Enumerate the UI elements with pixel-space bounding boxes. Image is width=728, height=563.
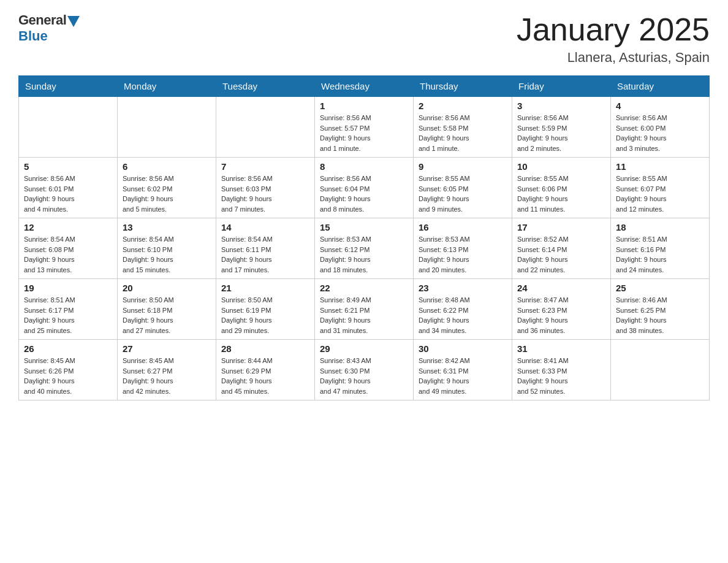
- calendar-table: SundayMondayTuesdayWednesdayThursdayFrid…: [18, 75, 710, 400]
- day-number: 9: [419, 161, 507, 172]
- day-info: Sunrise: 8:53 AM Sunset: 6:12 PM Dayligh…: [320, 234, 408, 275]
- calendar-cell: 18Sunrise: 8:51 AM Sunset: 6:16 PM Dayli…: [611, 218, 710, 279]
- calendar-cell: 16Sunrise: 8:53 AM Sunset: 6:13 PM Dayli…: [414, 218, 512, 279]
- day-info: Sunrise: 8:56 AM Sunset: 6:00 PM Dayligh…: [616, 113, 704, 153]
- day-info: Sunrise: 8:43 AM Sunset: 6:30 PM Dayligh…: [320, 356, 408, 396]
- day-number: 6: [123, 161, 211, 172]
- day-info: Sunrise: 8:55 AM Sunset: 6:05 PM Dayligh…: [419, 174, 507, 214]
- day-number: 29: [320, 343, 408, 354]
- day-info: Sunrise: 8:52 AM Sunset: 6:14 PM Dayligh…: [517, 234, 605, 275]
- calendar-cell: [611, 340, 710, 400]
- calendar-cell: 24Sunrise: 8:47 AM Sunset: 6:23 PM Dayli…: [512, 279, 611, 340]
- calendar-cell: 1Sunrise: 8:56 AM Sunset: 5:57 PM Daylig…: [315, 97, 414, 158]
- calendar-cell: 28Sunrise: 8:44 AM Sunset: 6:29 PM Dayli…: [216, 340, 315, 400]
- calendar-week-row: 26Sunrise: 8:45 AM Sunset: 6:26 PM Dayli…: [19, 340, 710, 400]
- calendar-cell: [216, 97, 315, 158]
- day-info: Sunrise: 8:54 AM Sunset: 6:08 PM Dayligh…: [24, 234, 112, 275]
- logo-triangle-icon: [67, 16, 80, 27]
- day-info: Sunrise: 8:56 AM Sunset: 6:03 PM Dayligh…: [221, 174, 309, 214]
- calendar-cell: 23Sunrise: 8:48 AM Sunset: 6:22 PM Dayli…: [414, 279, 512, 340]
- column-header-tuesday: Tuesday: [216, 76, 315, 97]
- day-number: 8: [320, 161, 408, 172]
- day-info: Sunrise: 8:47 AM Sunset: 6:23 PM Dayligh…: [517, 295, 605, 335]
- day-number: 31: [517, 343, 605, 354]
- day-info: Sunrise: 8:45 AM Sunset: 6:27 PM Dayligh…: [123, 356, 211, 396]
- calendar-cell: 7Sunrise: 8:56 AM Sunset: 6:03 PM Daylig…: [216, 158, 315, 218]
- calendar-cell: 2Sunrise: 8:56 AM Sunset: 5:58 PM Daylig…: [414, 97, 512, 158]
- day-number: 27: [123, 343, 211, 354]
- calendar-cell: 31Sunrise: 8:41 AM Sunset: 6:33 PM Dayli…: [512, 340, 611, 400]
- day-info: Sunrise: 8:55 AM Sunset: 6:06 PM Dayligh…: [517, 174, 605, 214]
- calendar-cell: 13Sunrise: 8:54 AM Sunset: 6:10 PM Dayli…: [118, 218, 216, 279]
- day-number: 3: [517, 101, 605, 111]
- column-header-thursday: Thursday: [414, 76, 512, 97]
- calendar-cell: 25Sunrise: 8:46 AM Sunset: 6:25 PM Dayli…: [611, 279, 710, 340]
- logo: General Blue: [18, 12, 80, 44]
- day-info: Sunrise: 8:56 AM Sunset: 5:59 PM Dayligh…: [517, 113, 605, 153]
- day-info: Sunrise: 8:49 AM Sunset: 6:21 PM Dayligh…: [320, 295, 408, 335]
- day-number: 28: [221, 343, 309, 354]
- day-info: Sunrise: 8:55 AM Sunset: 6:07 PM Dayligh…: [616, 174, 704, 214]
- calendar-cell: 17Sunrise: 8:52 AM Sunset: 6:14 PM Dayli…: [512, 218, 611, 279]
- day-info: Sunrise: 8:51 AM Sunset: 6:16 PM Dayligh…: [616, 234, 704, 275]
- calendar-cell: 20Sunrise: 8:50 AM Sunset: 6:18 PM Dayli…: [118, 279, 216, 340]
- calendar-cell: 12Sunrise: 8:54 AM Sunset: 6:08 PM Dayli…: [19, 218, 118, 279]
- day-number: 5: [24, 161, 112, 172]
- calendar-week-row: 5Sunrise: 8:56 AM Sunset: 6:01 PM Daylig…: [19, 158, 710, 218]
- day-number: 14: [221, 222, 309, 232]
- calendar-week-row: 12Sunrise: 8:54 AM Sunset: 6:08 PM Dayli…: [19, 218, 710, 279]
- column-header-friday: Friday: [512, 76, 611, 97]
- calendar-cell: [19, 97, 118, 158]
- calendar-cell: [118, 97, 216, 158]
- day-info: Sunrise: 8:50 AM Sunset: 6:18 PM Dayligh…: [123, 295, 211, 335]
- day-info: Sunrise: 8:56 AM Sunset: 6:04 PM Dayligh…: [320, 174, 408, 214]
- calendar-week-row: 1Sunrise: 8:56 AM Sunset: 5:57 PM Daylig…: [19, 97, 710, 158]
- calendar-cell: 14Sunrise: 8:54 AM Sunset: 6:11 PM Dayli…: [216, 218, 315, 279]
- day-number: 16: [419, 222, 507, 232]
- day-info: Sunrise: 8:53 AM Sunset: 6:13 PM Dayligh…: [419, 234, 507, 275]
- day-number: 1: [320, 101, 408, 111]
- day-info: Sunrise: 8:54 AM Sunset: 6:11 PM Dayligh…: [221, 234, 309, 275]
- calendar-header-row: SundayMondayTuesdayWednesdayThursdayFrid…: [19, 76, 710, 97]
- calendar-cell: 9Sunrise: 8:55 AM Sunset: 6:05 PM Daylig…: [414, 158, 512, 218]
- day-info: Sunrise: 8:56 AM Sunset: 6:02 PM Dayligh…: [123, 174, 211, 214]
- column-header-sunday: Sunday: [19, 76, 118, 97]
- page-header: General Blue January 2025 Llanera, Astur…: [18, 12, 710, 66]
- calendar-cell: 26Sunrise: 8:45 AM Sunset: 6:26 PM Dayli…: [19, 340, 118, 400]
- day-number: 7: [221, 161, 309, 172]
- day-number: 18: [616, 222, 704, 232]
- calendar-cell: 19Sunrise: 8:51 AM Sunset: 6:17 PM Dayli…: [19, 279, 118, 340]
- logo-general-text: General: [18, 12, 66, 28]
- logo-blue-text: Blue: [18, 28, 48, 44]
- calendar-cell: 4Sunrise: 8:56 AM Sunset: 6:00 PM Daylig…: [611, 97, 710, 158]
- calendar-cell: 29Sunrise: 8:43 AM Sunset: 6:30 PM Dayli…: [315, 340, 414, 400]
- day-info: Sunrise: 8:56 AM Sunset: 6:01 PM Dayligh…: [24, 174, 112, 214]
- calendar-cell: 11Sunrise: 8:55 AM Sunset: 6:07 PM Dayli…: [611, 158, 710, 218]
- day-info: Sunrise: 8:56 AM Sunset: 5:58 PM Dayligh…: [419, 113, 507, 153]
- calendar-cell: 8Sunrise: 8:56 AM Sunset: 6:04 PM Daylig…: [315, 158, 414, 218]
- day-number: 15: [320, 222, 408, 232]
- day-number: 4: [616, 101, 704, 111]
- calendar-cell: 21Sunrise: 8:50 AM Sunset: 6:19 PM Dayli…: [216, 279, 315, 340]
- day-info: Sunrise: 8:41 AM Sunset: 6:33 PM Dayligh…: [517, 356, 605, 396]
- day-info: Sunrise: 8:48 AM Sunset: 6:22 PM Dayligh…: [419, 295, 507, 335]
- day-number: 21: [221, 283, 309, 293]
- day-info: Sunrise: 8:54 AM Sunset: 6:10 PM Dayligh…: [123, 234, 211, 275]
- column-header-wednesday: Wednesday: [315, 76, 414, 97]
- calendar-week-row: 19Sunrise: 8:51 AM Sunset: 6:17 PM Dayli…: [19, 279, 710, 340]
- calendar-cell: 10Sunrise: 8:55 AM Sunset: 6:06 PM Dayli…: [512, 158, 611, 218]
- calendar-cell: 30Sunrise: 8:42 AM Sunset: 6:31 PM Dayli…: [414, 340, 512, 400]
- calendar-cell: 6Sunrise: 8:56 AM Sunset: 6:02 PM Daylig…: [118, 158, 216, 218]
- day-number: 25: [616, 283, 704, 293]
- day-info: Sunrise: 8:50 AM Sunset: 6:19 PM Dayligh…: [221, 295, 309, 335]
- day-info: Sunrise: 8:45 AM Sunset: 6:26 PM Dayligh…: [24, 356, 112, 396]
- day-number: 10: [517, 161, 605, 172]
- day-info: Sunrise: 8:56 AM Sunset: 5:57 PM Dayligh…: [320, 113, 408, 153]
- calendar-cell: 22Sunrise: 8:49 AM Sunset: 6:21 PM Dayli…: [315, 279, 414, 340]
- day-info: Sunrise: 8:44 AM Sunset: 6:29 PM Dayligh…: [221, 356, 309, 396]
- day-info: Sunrise: 8:51 AM Sunset: 6:17 PM Dayligh…: [24, 295, 112, 335]
- calendar-cell: 27Sunrise: 8:45 AM Sunset: 6:27 PM Dayli…: [118, 340, 216, 400]
- day-info: Sunrise: 8:46 AM Sunset: 6:25 PM Dayligh…: [616, 295, 704, 335]
- day-number: 20: [123, 283, 211, 293]
- day-info: Sunrise: 8:42 AM Sunset: 6:31 PM Dayligh…: [419, 356, 507, 396]
